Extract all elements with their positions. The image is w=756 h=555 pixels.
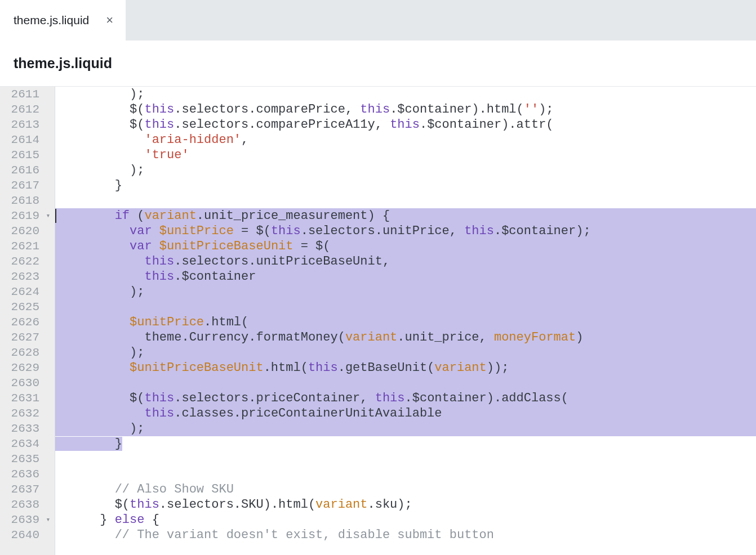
fold-marker	[42, 254, 55, 269]
fold-marker	[42, 193, 55, 208]
tab-active[interactable]: theme.js.liquid ×	[0, 0, 126, 41]
line-number: 2612	[5, 102, 39, 117]
code-line[interactable]: );	[55, 284, 756, 299]
fold-marker	[42, 87, 55, 102]
breadcrumb-filename: theme.js.liquid	[14, 55, 112, 71]
line-number: 2618	[5, 193, 39, 208]
line-number: 2632	[5, 406, 39, 421]
line-number: 2622	[5, 254, 39, 269]
fold-marker	[42, 527, 55, 543]
fold-marker	[42, 360, 55, 375]
code-line[interactable]: $(this.selectors.SKU).html(variant.sku);	[55, 497, 756, 512]
line-number: 2614	[5, 132, 39, 147]
code-line[interactable]: 'aria-hidden',	[55, 132, 756, 147]
fold-marker	[42, 132, 55, 147]
fold-marker	[42, 436, 55, 451]
fold-marker	[42, 239, 55, 254]
line-number: 2611	[5, 87, 39, 102]
line-number: 2635	[5, 451, 39, 467]
code-line[interactable]: } else {	[55, 512, 756, 527]
fold-marker	[42, 467, 55, 482]
fold-marker	[42, 482, 55, 497]
fold-marker	[42, 315, 55, 330]
code-area[interactable]: ); $(this.selectors.comparePrice, this.$…	[55, 87, 756, 555]
fold-marker[interactable]: ▾	[42, 512, 55, 527]
code-line[interactable]: // Also Show SKU	[55, 482, 756, 497]
fold-marker	[42, 406, 55, 421]
code-line[interactable]: $(this.selectors.comparePriceA11y, this.…	[55, 117, 756, 132]
fold-marker	[42, 223, 55, 239]
code-line[interactable]	[55, 193, 756, 208]
fold-marker[interactable]: ▾	[42, 208, 55, 223]
code-line[interactable]	[55, 451, 756, 467]
code-line[interactable]: }	[55, 436, 756, 451]
fold-marker	[42, 375, 55, 391]
code-line[interactable]: this.selectors.unitPriceBaseUnit,	[55, 254, 756, 269]
fold-marker	[42, 117, 55, 132]
code-line[interactable]: this.classes.priceContainerUnitAvailable	[55, 406, 756, 421]
line-number: 2637	[5, 482, 39, 497]
line-number: 2638	[5, 497, 39, 512]
close-icon[interactable]: ×	[104, 11, 115, 30]
code-line[interactable]: 'true'	[55, 147, 756, 163]
code-line[interactable]: );	[55, 87, 756, 102]
code-line[interactable]: this.$container	[55, 269, 756, 284]
line-number: 2623	[5, 269, 39, 284]
code-line[interactable]: if (variant.unit_price_measurement) {	[55, 208, 756, 223]
code-line[interactable]: $(this.selectors.comparePrice, this.$con…	[55, 102, 756, 117]
line-number: 2633	[5, 421, 39, 436]
code-editor[interactable]: 2611261226132614261526162617261826192620…	[0, 87, 756, 555]
line-number: 2639	[5, 512, 39, 527]
fold-marker	[42, 299, 55, 315]
fold-marker	[42, 330, 55, 345]
line-number: 2624	[5, 284, 39, 299]
fold-marker	[42, 284, 55, 299]
line-number: 2636	[5, 467, 39, 482]
fold-marker	[42, 178, 55, 193]
line-number: 2634	[5, 436, 39, 451]
code-line[interactable]	[55, 299, 756, 315]
code-line[interactable]: );	[55, 163, 756, 178]
code-line[interactable]: $unitPriceBaseUnit.html(this.getBaseUnit…	[55, 360, 756, 375]
tab-label: theme.js.liquid	[14, 14, 89, 27]
fold-marker	[42, 421, 55, 436]
fold-marker	[42, 391, 55, 406]
fold-marker	[42, 451, 55, 467]
fold-marker	[42, 147, 55, 163]
line-number: 2626	[5, 315, 39, 330]
line-number: 2616	[5, 163, 39, 178]
fold-marker	[42, 345, 55, 360]
line-number: 2615	[5, 147, 39, 163]
code-line[interactable]: // The variant doesn't exist, disable su…	[55, 527, 756, 543]
line-number: 2620	[5, 223, 39, 239]
fold-marker	[42, 497, 55, 512]
code-line[interactable]: );	[55, 345, 756, 360]
code-line[interactable]	[55, 467, 756, 482]
code-line[interactable]: $(this.selectors.priceContainer, this.$c…	[55, 391, 756, 406]
line-number: 2627	[5, 330, 39, 345]
fold-column: ▾▾	[42, 87, 55, 555]
code-line[interactable]	[55, 375, 756, 391]
line-number: 2621	[5, 239, 39, 254]
line-number: 2640	[5, 527, 39, 543]
line-number: 2629	[5, 360, 39, 375]
code-line[interactable]: var $unitPrice = $(this.selectors.unitPr…	[55, 223, 756, 239]
line-number: 2619	[5, 208, 39, 223]
line-number: 2631	[5, 391, 39, 406]
code-line[interactable]: var $unitPriceBaseUnit = $(	[55, 239, 756, 254]
line-number: 2630	[5, 375, 39, 391]
fold-marker	[42, 102, 55, 117]
code-line[interactable]: }	[55, 178, 756, 193]
breadcrumb-bar: theme.js.liquid	[0, 41, 756, 87]
line-number: 2613	[5, 117, 39, 132]
line-number: 2617	[5, 178, 39, 193]
fold-marker	[42, 269, 55, 284]
line-number: 2625	[5, 299, 39, 315]
code-line[interactable]: $unitPrice.html(	[55, 315, 756, 330]
line-number: 2628	[5, 345, 39, 360]
code-line[interactable]: );	[55, 421, 756, 436]
code-line[interactable]: theme.Currency.formatMoney(variant.unit_…	[55, 330, 756, 345]
tab-bar: theme.js.liquid ×	[0, 0, 756, 41]
line-number-gutter: 2611261226132614261526162617261826192620…	[0, 87, 42, 555]
fold-marker	[42, 163, 55, 178]
